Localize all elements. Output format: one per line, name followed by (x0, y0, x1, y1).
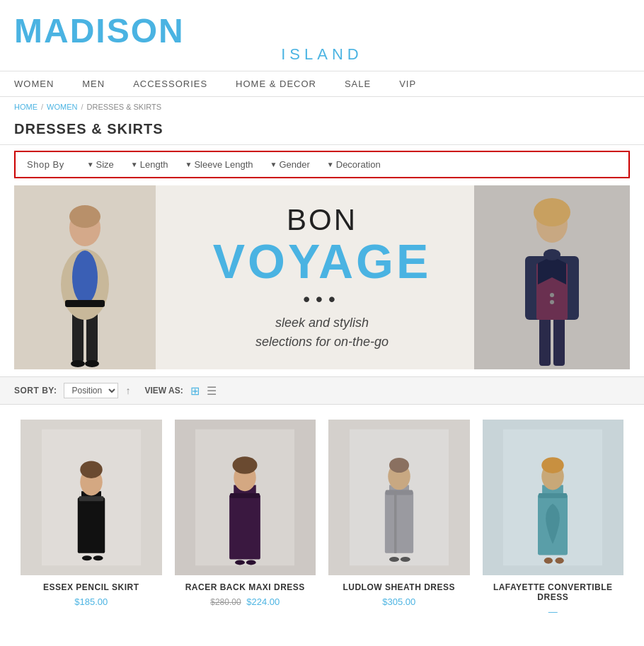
filter-decoration-label: Decoration (336, 159, 381, 170)
svg-point-34 (233, 456, 258, 474)
product-name-essex: ESSEX PENCIL SKIRT (21, 582, 162, 592)
product-image-racer (175, 420, 316, 575)
product-grid: ESSEX PENCIL SKIRT $185.00 RACER BACK MA… (14, 405, 630, 625)
nav-men[interactable]: MEN (82, 79, 105, 89)
svg-point-53 (544, 558, 553, 564)
decoration-arrow-icon: ▼ (327, 161, 334, 168)
filter-sleeve-label: Sleeve Length (194, 159, 253, 170)
svg-rect-12 (553, 313, 565, 366)
banner-bon: BON (213, 203, 432, 237)
main-navigation: WOMEN MEN ACCESSORIES HOME & DECOR SALE … (0, 71, 644, 97)
product-name-lafayette: LAFAYETTE CONVERTIBLE DRESS (483, 582, 624, 602)
sort-bar: SORT BY: Position Name Price ↑ VIEW AS: … (0, 376, 644, 405)
product-price-essex: $185.00 (21, 596, 162, 607)
nav-accessories[interactable]: ACCESSORIES (133, 79, 207, 89)
sort-select[interactable]: Position Name Price (64, 383, 118, 398)
filter-length[interactable]: ▼ Length (131, 159, 168, 170)
svg-point-18 (550, 300, 554, 304)
banner-right-model (474, 185, 630, 369)
product-card-lafayette[interactable]: LAFAYETTE CONVERTIBLE DRESS — (476, 412, 631, 625)
sleeve-arrow-icon: ▼ (185, 161, 192, 168)
left-model-svg (14, 185, 156, 369)
logo[interactable]: MADISON ISLAND (14, 14, 630, 64)
svg-rect-27 (79, 496, 103, 501)
svg-rect-31 (229, 495, 260, 560)
product-name-ludlow: LUDLOW SHEATH DRESS (328, 582, 470, 592)
breadcrumb-women[interactable]: WOMEN (47, 103, 77, 111)
logo-madison: MADISON (14, 14, 630, 48)
svg-point-4 (72, 250, 98, 304)
svg-rect-44 (394, 491, 397, 553)
svg-point-9 (85, 360, 99, 367)
header: MADISON ISLAND (0, 0, 644, 71)
shop-by-label: Shop By (27, 159, 64, 170)
product-price-lafayette: — (483, 606, 624, 617)
racer-model-svg (195, 427, 294, 568)
racer-sale-price: $224.00 (246, 596, 280, 607)
banner-dots: ••• (213, 288, 432, 311)
svg-point-17 (550, 293, 554, 297)
product-card-ludlow[interactable]: LUDLOW SHEATH DRESS $305.00 (322, 412, 476, 625)
length-arrow-icon: ▼ (131, 161, 138, 168)
gender-arrow-icon: ▼ (270, 161, 277, 168)
nav-women[interactable]: WOMEN (14, 79, 54, 89)
list-view-icon[interactable]: ☰ (207, 384, 217, 398)
view-label: VIEW AS: (144, 386, 183, 396)
filter-bar: Shop By ▼ Size ▼ Length ▼ Sleeve Length … (14, 151, 630, 178)
product-image-ludlow (328, 420, 470, 575)
filter-sleeve-length[interactable]: ▼ Sleeve Length (185, 159, 253, 170)
filter-gender-label: Gender (279, 159, 309, 170)
breadcrumb-home[interactable]: HOME (14, 103, 38, 111)
product-name-racer: RACER BACK MAXI DRESS (175, 582, 316, 592)
svg-point-46 (401, 557, 410, 562)
banner-left-model (14, 185, 156, 369)
filter-decoration[interactable]: ▼ Decoration (327, 159, 381, 170)
sort-order-icon[interactable]: ↑ (125, 385, 130, 396)
ludlow-model-svg (350, 427, 449, 568)
banner-tagline-1: sleek and stylish (213, 313, 432, 333)
svg-rect-5 (65, 300, 105, 307)
breadcrumb-sep-1: / (41, 103, 43, 111)
product-price-ludlow: $305.00 (328, 596, 470, 607)
lafayette-model-svg (503, 427, 602, 568)
racer-original-price: $280.00 (210, 597, 241, 607)
svg-point-51 (542, 457, 565, 473)
svg-point-45 (389, 557, 399, 562)
essex-model-svg (42, 427, 141, 568)
product-price-racer: $280.00 $224.00 (175, 596, 316, 607)
svg-point-26 (80, 461, 103, 478)
size-arrow-icon: ▼ (87, 161, 94, 168)
promo-banner: BON VOYAGE ••• sleek and stylish selecti… (14, 185, 630, 369)
svg-rect-43 (386, 490, 413, 495)
banner-voyage: VOYAGE (213, 237, 432, 285)
svg-point-21 (544, 249, 560, 260)
svg-point-7 (69, 205, 100, 228)
svg-rect-23 (78, 497, 105, 553)
svg-point-28 (82, 555, 92, 560)
right-model-svg (474, 185, 630, 369)
svg-point-54 (556, 558, 564, 564)
product-image-lafayette (483, 420, 624, 575)
filter-length-label: Length (140, 159, 168, 170)
breadcrumb: HOME / WOMEN / DRESSES & SKIRTS (0, 97, 644, 117)
nav-sale[interactable]: SALE (345, 79, 371, 89)
svg-point-36 (235, 560, 245, 565)
grid-view-icon[interactable]: ⊞ (190, 384, 200, 398)
banner-tagline-2: selections for on-the-go (213, 333, 432, 352)
svg-rect-11 (539, 313, 551, 366)
page-title: DRESSES & SKIRTS (0, 117, 644, 145)
nav-home-decor[interactable]: HOME & DECOR (236, 79, 316, 89)
banner-center-text: BON VOYAGE ••• sleek and stylish selecti… (213, 203, 432, 352)
filter-size-label: Size (96, 159, 114, 170)
filter-gender[interactable]: ▼ Gender (270, 159, 310, 170)
svg-point-29 (93, 555, 103, 560)
svg-point-42 (389, 458, 409, 473)
product-card-essex[interactable]: ESSEX PENCIL SKIRT $185.00 (14, 412, 168, 625)
sort-label: SORT BY: (14, 386, 57, 396)
nav-vip[interactable]: VIP (399, 79, 416, 89)
product-card-racer[interactable]: RACER BACK MAXI DRESS $280.00 $224.00 (168, 412, 323, 625)
filter-size[interactable]: ▼ Size (87, 159, 114, 170)
breadcrumb-sep-2: / (81, 103, 83, 111)
product-image-essex (21, 420, 162, 575)
svg-rect-35 (230, 493, 260, 498)
